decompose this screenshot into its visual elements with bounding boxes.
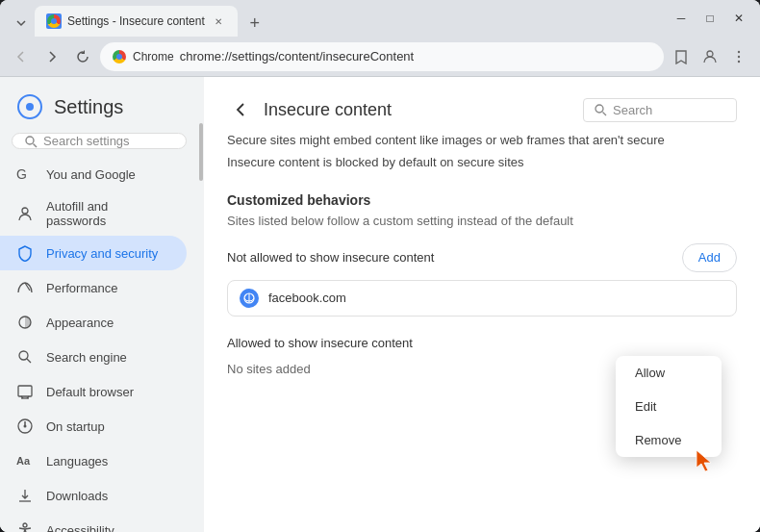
sidebar-label-default-browser: Default browser [46, 385, 134, 399]
sidebar-item-search-engine[interactable]: Search engine [0, 340, 187, 374]
site-row: facebook.com [227, 280, 737, 317]
content-header: Insecure content Search [204, 77, 760, 131]
tab-strip: Settings - Insecure content ✕ + [8, 0, 668, 37]
settings-title: Settings [54, 96, 123, 118]
svg-text:G: G [16, 166, 27, 182]
svg-point-6 [26, 137, 34, 144]
url-bar[interactable]: Chrome chrome://settings/content/insecur… [100, 42, 664, 71]
svg-text:Aa: Aa [16, 455, 31, 467]
content-search-placeholder: Search [613, 103, 652, 117]
svg-point-23 [23, 523, 27, 527]
add-button[interactable]: Add [682, 243, 737, 272]
content-header-left: Insecure content [227, 96, 392, 123]
search-engine-icon [15, 347, 35, 367]
sidebar-label-you-google: You and Google [46, 167, 136, 182]
svg-line-26 [603, 113, 607, 116]
title-bar: Settings - Insecure content ✕ + ─ □ ✕ [0, 0, 760, 37]
svg-point-12 [19, 351, 28, 360]
svg-point-2 [738, 55, 740, 57]
context-menu-edit[interactable]: Edit [616, 390, 722, 423]
content-back-button[interactable] [227, 96, 254, 123]
profile-button[interactable] [697, 43, 723, 70]
sidebar-item-autofill[interactable]: Autofill and passwords [0, 191, 187, 236]
allowed-label: Allowed to show insecure content [227, 336, 737, 350]
info-line-1: Secure sites might embed content like im… [227, 131, 737, 151]
minimize-button[interactable]: ─ [668, 5, 695, 32]
not-allowed-header: Not allowed to show insecure content Add [227, 243, 737, 272]
site-name: facebook.com [268, 291, 724, 305]
sidebar-label-privacy: Privacy and security [46, 246, 158, 261]
address-bar-actions [668, 43, 752, 70]
sidebar-item-appearance[interactable]: Appearance [0, 305, 187, 340]
you-google-icon: G [15, 165, 35, 184]
startup-icon [15, 417, 35, 436]
page-title: Insecure content [264, 100, 392, 120]
info-line-2: Insecure content is blocked by default o… [227, 153, 737, 173]
customized-behaviors-title: Customized behaviors [227, 192, 737, 208]
sidebar-item-performance[interactable]: Performance [0, 270, 187, 305]
tab-search-button[interactable] [8, 10, 35, 37]
autofill-icon [15, 204, 35, 223]
address-bar: Chrome chrome://settings/content/insecur… [0, 37, 760, 77]
forward-nav-button[interactable] [38, 43, 65, 70]
bookmark-button[interactable] [668, 43, 695, 70]
sidebar-label-autofill: Autofill and passwords [46, 199, 171, 228]
sidebar-item-default-browser[interactable]: Default browser [0, 374, 187, 409]
sidebar-label-languages: Languages [46, 454, 108, 469]
svg-point-0 [707, 51, 713, 57]
svg-point-3 [738, 60, 740, 62]
maximize-button[interactable]: □ [697, 5, 723, 32]
sidebar-item-on-startup[interactable]: On startup [0, 409, 187, 443]
svg-marker-29 [697, 450, 711, 471]
main-content: Settings Search settings G You and Googl… [0, 77, 760, 532]
search-settings-bar[interactable]: Search settings [12, 133, 187, 149]
svg-point-5 [26, 103, 34, 111]
search-icon [24, 135, 38, 148]
new-tab-button[interactable]: + [241, 10, 268, 37]
svg-point-1 [738, 50, 740, 52]
content-area: Insecure content Search Secure sites mig… [204, 77, 760, 532]
appearance-icon [15, 313, 35, 332]
content-search-icon [594, 103, 607, 116]
sidebar-label-search-engine: Search engine [46, 350, 127, 365]
sidebar-label-appearance: Appearance [46, 316, 114, 330]
tab-favicon [46, 13, 62, 29]
browser-window: Settings - Insecure content ✕ + ─ □ ✕ Ch… [0, 0, 760, 532]
svg-line-7 [34, 143, 38, 147]
url-text: chrome://settings/content/insecureConten… [180, 49, 652, 63]
sidebar-scrollbar-thumb [199, 123, 203, 181]
back-nav-button[interactable] [8, 43, 35, 70]
performance-icon [15, 278, 35, 297]
active-tab[interactable]: Settings - Insecure content ✕ [35, 6, 238, 37]
search-settings-placeholder: Search settings [43, 134, 130, 148]
sidebar-item-accessibility[interactable]: Accessibility [0, 513, 187, 532]
sidebar-item-languages[interactable]: Aa Languages [0, 443, 187, 478]
not-allowed-label: Not allowed to show insecure content [227, 250, 434, 265]
sidebar-item-you-and-google[interactable]: G You and Google [0, 157, 187, 191]
sidebar-label-accessibility: Accessibility [46, 523, 114, 533]
chrome-logo-icon [112, 49, 127, 64]
settings-header: Settings [0, 85, 198, 133]
context-menu: Allow Edit Remove [616, 356, 722, 457]
svg-point-25 [595, 105, 603, 113]
sidebar-item-downloads[interactable]: Downloads [0, 478, 187, 513]
svg-point-20 [24, 425, 27, 428]
accessibility-icon [15, 520, 35, 532]
tab-close-button[interactable]: ✕ [211, 13, 226, 29]
refresh-button[interactable] [69, 43, 96, 70]
tab-title: Settings - Insecure content [67, 14, 205, 28]
close-button[interactable]: ✕ [725, 5, 752, 32]
chrome-menu-button[interactable] [725, 43, 752, 70]
content-search-bar[interactable]: Search [583, 98, 737, 122]
sidebar-label-performance: Performance [46, 281, 117, 295]
customized-behaviors-desc: Sites listed below follow a custom setti… [227, 214, 737, 228]
svg-point-9 [22, 208, 28, 214]
privacy-icon [15, 243, 35, 263]
context-menu-allow[interactable]: Allow [616, 356, 722, 390]
sidebar-label-startup: On startup [46, 419, 105, 434]
sidebar-item-privacy[interactable]: Privacy and security [0, 236, 187, 270]
site-favicon [240, 289, 259, 308]
default-browser-icon [15, 382, 35, 401]
languages-icon: Aa [15, 451, 35, 470]
sidebar: Settings Search settings G You and Googl… [0, 77, 198, 532]
